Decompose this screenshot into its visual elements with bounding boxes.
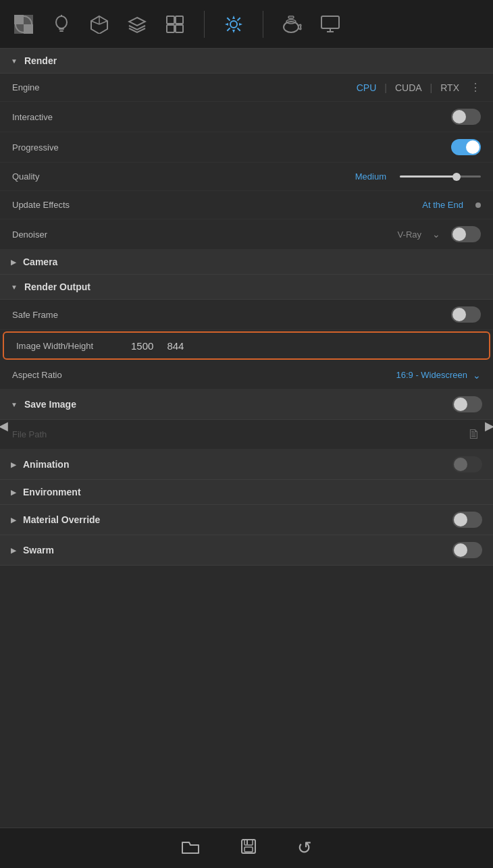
file-path-placeholder[interactable]: File Path	[12, 429, 467, 439]
svg-point-5	[56, 16, 67, 28]
aspect-ratio-row: Aspect Ratio 16:9 - Widescreen ⌄	[0, 361, 493, 389]
progressive-row: Progressive	[0, 132, 493, 163]
svg-point-18	[230, 21, 237, 28]
svg-rect-29	[246, 840, 248, 844]
save-file-icon[interactable]	[240, 838, 257, 859]
quality-slider-fill	[400, 175, 457, 178]
svg-rect-15	[176, 16, 183, 24]
quality-value: Medium	[113, 171, 481, 182]
update-effects-value-text[interactable]: At the End	[422, 200, 463, 210]
denoiser-toggle[interactable]	[451, 226, 481, 242]
progressive-label: Progressive	[12, 142, 113, 153]
denoiser-dropdown-arrow[interactable]: ⌄	[432, 229, 440, 240]
material-override-arrow: ▶	[11, 516, 16, 524]
svg-rect-28	[244, 847, 253, 852]
render-arrow: ▼	[11, 57, 18, 65]
aspect-ratio-label: Aspect Ratio	[12, 370, 113, 380]
bottom-spacer	[0, 566, 493, 647]
environment-section-title: Environment	[23, 487, 81, 497]
render-section-header[interactable]: ▼ Render	[0, 49, 493, 74]
progressive-value	[113, 139, 481, 155]
swarm-toggle-knob	[454, 543, 467, 557]
animation-toggle-knob	[454, 458, 467, 471]
toolbar-separator-1	[204, 11, 205, 38]
grid-icon[interactable]	[162, 11, 188, 37]
denoiser-toggle-knob	[452, 227, 466, 241]
interactive-toggle-knob	[452, 110, 466, 124]
engine-rtx-button[interactable]: RTX	[436, 81, 463, 94]
interactive-toggle[interactable]	[451, 109, 481, 125]
denoiser-row: Denoiser V-Ray ⌄	[0, 219, 493, 250]
svg-line-12	[91, 21, 99, 24]
camera-arrow: ▶	[11, 259, 16, 266]
checkerboard-icon[interactable]	[11, 11, 36, 37]
cube-icon[interactable]	[86, 11, 112, 37]
save-image-section-header[interactable]: ▼ Save Image	[0, 389, 493, 420]
swarm-section-header[interactable]: ▶ Swarm	[0, 535, 493, 566]
quality-slider-knob[interactable]	[452, 173, 461, 181]
animation-arrow: ▶	[11, 461, 16, 468]
svg-rect-7	[59, 30, 63, 32]
reset-icon[interactable]: ↺	[297, 838, 312, 859]
engine-sep-2: |	[430, 82, 433, 93]
save-image-toggle-knob	[454, 398, 467, 411]
aspect-ratio-value: 16:9 - Widescreen ⌄	[113, 370, 481, 381]
material-override-section-header[interactable]: ▶ Material Override	[0, 505, 493, 535]
image-width-value[interactable]: 1500	[131, 340, 153, 352]
engine-cpu-button[interactable]: CPU	[353, 81, 381, 94]
layers-icon[interactable]	[124, 11, 150, 37]
render-output-section-header[interactable]: ▼ Render Output	[0, 275, 493, 300]
monitor-icon[interactable]	[317, 11, 343, 37]
bulb-icon[interactable]	[49, 11, 74, 37]
animation-section-title: Animation	[23, 459, 446, 470]
interactive-row: Interactive	[0, 102, 493, 132]
open-folder-icon[interactable]	[181, 838, 200, 859]
engine-sep-1: |	[384, 82, 387, 93]
update-effects-label: Update Effects	[12, 200, 113, 210]
update-effects-dot	[475, 202, 481, 208]
panel-right-arrow[interactable]: ▶	[485, 418, 493, 433]
svg-rect-16	[167, 25, 174, 32]
svg-rect-14	[167, 16, 174, 24]
update-effects-value: At the End	[113, 200, 481, 210]
camera-section-header[interactable]: ▶ Camera	[0, 250, 493, 275]
progressive-toggle[interactable]	[451, 139, 481, 155]
svg-rect-22	[321, 16, 339, 28]
safe-frame-label: Safe Frame	[12, 310, 113, 320]
camera-section-title: Camera	[23, 256, 57, 267]
svg-rect-17	[176, 25, 183, 32]
progressive-toggle-knob	[466, 140, 479, 154]
swarm-toggle[interactable]	[452, 542, 482, 558]
environment-arrow: ▶	[11, 489, 16, 496]
svg-rect-6	[59, 28, 64, 30]
image-size-row: Image Width/Height 1500 844	[3, 331, 490, 360]
svg-rect-21	[288, 16, 294, 18]
quality-row: Quality Medium	[0, 163, 493, 191]
file-browse-icon[interactable]: 🗎	[467, 427, 481, 442]
panel: ▼ Render Engine CPU | CUDA | RTX ⋮ Inter…	[0, 49, 493, 647]
quality-value-text[interactable]: Medium	[355, 171, 386, 182]
quality-slider[interactable]	[400, 175, 481, 178]
engine-more-icon[interactable]: ⋮	[470, 81, 481, 94]
save-image-toggle[interactable]	[452, 396, 482, 412]
interactive-label: Interactive	[12, 112, 113, 122]
save-image-section-title: Save Image	[24, 399, 446, 410]
panel-left-arrow[interactable]: ◀	[0, 418, 8, 433]
safe-frame-toggle-knob	[452, 308, 466, 321]
gear-icon[interactable]	[221, 11, 246, 37]
aspect-ratio-arrow[interactable]: ⌄	[473, 370, 481, 381]
engine-buttons: CPU | CUDA | RTX ⋮	[353, 81, 481, 94]
material-override-toggle[interactable]	[452, 512, 482, 528]
animation-toggle[interactable]	[452, 456, 482, 472]
engine-label: Engine	[12, 82, 113, 92]
render-output-section-title: Render Output	[24, 281, 90, 292]
animation-section-header[interactable]: ▶ Animation	[0, 450, 493, 480]
denoiser-value-text: V-Ray	[398, 229, 421, 240]
environment-section-header[interactable]: ▶ Environment	[0, 480, 493, 505]
image-height-value[interactable]: 844	[167, 340, 184, 352]
toolbar	[0, 0, 493, 49]
aspect-ratio-text[interactable]: 16:9 - Widescreen	[396, 370, 468, 380]
engine-cuda-button[interactable]: CUDA	[391, 81, 426, 94]
safe-frame-toggle[interactable]	[451, 306, 481, 323]
teapot-icon[interactable]	[280, 11, 305, 37]
